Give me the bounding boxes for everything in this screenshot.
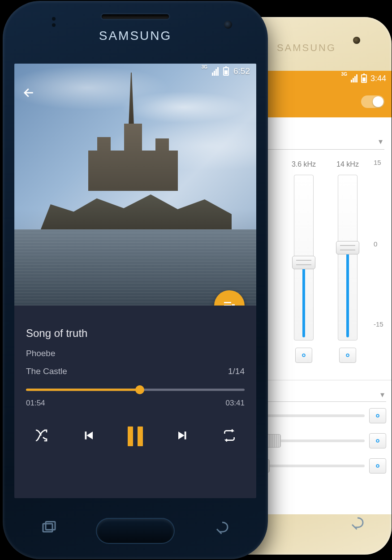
track-index: 1/14 bbox=[228, 366, 245, 376]
scale-max: 15 bbox=[374, 159, 381, 166]
front-camera bbox=[224, 21, 232, 29]
sensor-icon bbox=[52, 17, 56, 21]
album-name: The Castle bbox=[26, 366, 67, 376]
eq-band-reset-button[interactable] bbox=[295, 348, 312, 363]
player-screen: 3G 6:52 Song of truth Phoebe The Castle … bbox=[14, 64, 256, 498]
equalizer-toggle[interactable] bbox=[361, 95, 384, 108]
eq-scale: 15 0 -15 bbox=[374, 160, 386, 326]
eq-band-label: 3.6 kHz bbox=[292, 160, 316, 168]
time-duration: 03:41 bbox=[225, 399, 245, 408]
album-art-illustration bbox=[39, 117, 232, 234]
repeat-button[interactable] bbox=[222, 428, 237, 444]
pause-bar-icon bbox=[138, 426, 143, 446]
eq-band-slider[interactable] bbox=[294, 175, 314, 340]
playback-controls bbox=[14, 408, 256, 446]
hw-home-button[interactable] bbox=[96, 518, 175, 544]
eq-band: 3.6 kHz bbox=[286, 160, 322, 363]
back-button[interactable] bbox=[22, 86, 36, 101]
seek-bar[interactable] bbox=[26, 386, 245, 393]
song-title: Song of truth bbox=[26, 327, 245, 340]
battery-icon bbox=[361, 74, 367, 83]
eq-band-reset-button[interactable] bbox=[339, 348, 356, 363]
album-art: 3G 6:52 bbox=[14, 64, 256, 306]
scale-mid: 0 bbox=[374, 240, 377, 248]
previous-button[interactable] bbox=[82, 429, 95, 444]
pause-button[interactable] bbox=[128, 426, 143, 446]
hw-back-button[interactable] bbox=[349, 515, 366, 533]
next-button[interactable] bbox=[176, 429, 190, 444]
svg-point-0 bbox=[302, 354, 305, 357]
effect-reset-button[interactable] bbox=[369, 433, 386, 448]
status-bar: 3G 6:52 bbox=[14, 64, 256, 79]
seek-area: 01:54 03:41 bbox=[14, 384, 256, 408]
status-time: 3:44 bbox=[370, 74, 386, 83]
svg-point-2 bbox=[376, 414, 379, 417]
eq-band-label: 14 kHz bbox=[336, 160, 359, 168]
brand-label-back: SAMSUNG bbox=[277, 42, 336, 54]
eq-band: 14 kHz bbox=[330, 160, 366, 363]
phone-top-bezel: SAMSUNG bbox=[3, 1, 268, 64]
network-label: 3G bbox=[341, 72, 347, 77]
effect-reset-button[interactable] bbox=[369, 408, 386, 423]
status-time: 6:52 bbox=[233, 66, 250, 76]
signal-icon bbox=[351, 74, 358, 82]
svg-rect-6 bbox=[46, 522, 55, 530]
artist-name: Phoebe bbox=[26, 349, 245, 358]
time-elapsed: 01:54 bbox=[26, 399, 45, 408]
hw-recent-apps-button[interactable] bbox=[40, 520, 56, 538]
battery-icon bbox=[223, 67, 229, 76]
scale-min: -15 bbox=[374, 320, 383, 328]
signal-icon bbox=[212, 67, 219, 76]
svg-rect-5 bbox=[43, 524, 52, 532]
hw-back-button[interactable] bbox=[214, 520, 230, 538]
eq-band-slider[interactable] bbox=[338, 175, 358, 340]
svg-point-1 bbox=[346, 354, 349, 357]
svg-point-4 bbox=[376, 465, 379, 467]
effect-reset-button[interactable] bbox=[369, 458, 386, 474]
phone-bottom-bezel bbox=[3, 496, 268, 559]
pause-bar-icon bbox=[128, 426, 133, 446]
svg-point-3 bbox=[376, 439, 379, 442]
earpiece-speaker bbox=[102, 14, 169, 19]
brand-label: SAMSUNG bbox=[99, 29, 172, 43]
phone-frame-front: SAMSUNG 3G 6:52 Song of truth P bbox=[3, 1, 268, 559]
track-metadata: Song of truth Phoebe The Castle 1/14 bbox=[14, 306, 256, 376]
network-label: 3G bbox=[202, 65, 207, 69]
shuffle-button[interactable] bbox=[34, 428, 48, 444]
front-camera-back bbox=[353, 37, 360, 44]
